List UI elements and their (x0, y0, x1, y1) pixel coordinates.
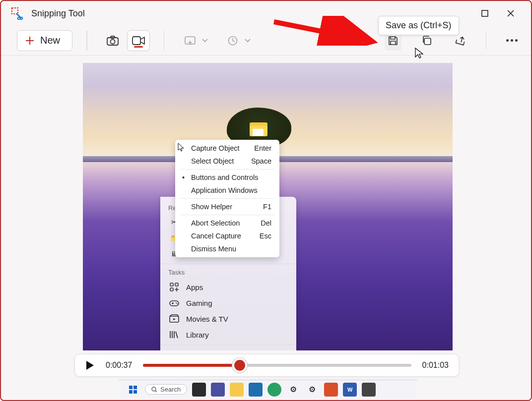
seek-fill (143, 364, 239, 367)
taskbar-app-icon[interactable] (362, 383, 376, 397)
menu-item[interactable]: Abort SelectionDel (175, 217, 279, 229)
more-button[interactable] (503, 31, 520, 51)
menu-item[interactable]: Capture ObjectEnter (175, 142, 279, 155)
chevron-down-icon[interactable] (202, 39, 208, 43)
list-item[interactable]: Library (160, 327, 296, 343)
context-menu: Capture ObjectEnter Select ObjectSpace B… (175, 140, 279, 257)
annotation-arrow (271, 16, 381, 48)
taskbar-app-icon[interactable]: W (343, 383, 357, 397)
menu-item[interactable]: Buttons and Controls (175, 171, 279, 184)
divider (164, 31, 165, 51)
svg-point-2 (18, 17, 20, 20)
svg-rect-20 (129, 386, 133, 389)
list-item[interactable]: Apps (160, 279, 296, 295)
menu-item[interactable]: Application Windows (175, 184, 279, 197)
movies-icon (169, 314, 179, 323)
current-time: 0:00:37 (106, 361, 132, 370)
taskbar-search[interactable]: Search (145, 384, 187, 395)
svg-point-24 (152, 387, 156, 391)
camera-icon (107, 36, 119, 46)
snapshot-mode-button[interactable] (101, 30, 124, 51)
taskbar-app-icon[interactable]: ⚙ (305, 383, 319, 397)
menu-item[interactable]: Cancel CaptureEsc (175, 229, 279, 242)
menu-item[interactable]: Select ObjectSpace (175, 155, 279, 168)
record-mode-button[interactable] (127, 30, 150, 51)
taskbar-app-icon[interactable] (267, 383, 281, 397)
svg-point-16 (176, 302, 177, 303)
taskbar-app-icon[interactable] (230, 383, 244, 397)
apps-icon (169, 282, 179, 292)
svg-rect-7 (111, 36, 115, 38)
seek-thumb[interactable] (234, 360, 245, 371)
svg-rect-21 (133, 386, 137, 389)
video-player-bar: 0:00:37 0:01:03 (74, 354, 459, 377)
share-icon (455, 35, 466, 46)
new-button[interactable]: New (17, 30, 72, 51)
search-icon (151, 387, 157, 393)
svg-rect-15 (170, 301, 179, 306)
save-as-tooltip: Save as (Ctrl+S) (378, 16, 459, 35)
close-button[interactable] (506, 9, 515, 18)
menu-item[interactable]: Show HelperF1 (175, 200, 279, 213)
svg-point-17 (177, 303, 178, 304)
list-item[interactable]: Movies & TV (160, 311, 296, 327)
svg-rect-11 (424, 38, 431, 45)
start-icon[interactable] (126, 383, 140, 397)
copy-icon (421, 35, 432, 46)
taskbar-app-icon[interactable]: ⚙ (286, 383, 300, 397)
maximize-button[interactable] (480, 9, 489, 18)
list-item[interactable]: Gaming (160, 295, 296, 311)
list-item[interactable]: Microsoft Store (160, 347, 296, 350)
new-button-label: New (40, 35, 60, 46)
svg-rect-8 (133, 37, 140, 45)
taskbar: Search ⚙ ⚙ W (119, 380, 417, 399)
folder-icon (250, 122, 267, 136)
plus-icon (25, 36, 34, 45)
more-icon (506, 39, 518, 42)
svg-line-4 (274, 22, 368, 41)
active-indicator (134, 46, 143, 48)
play-button[interactable] (85, 360, 95, 371)
save-icon (388, 35, 399, 46)
svg-rect-0 (12, 8, 18, 14)
recording-canvas: Rece ✂ 📁 🖥RoundedTB Tasks Apps Gaming Mo… (83, 63, 453, 350)
delay-dropdown[interactable] (226, 34, 240, 48)
cursor-icon (414, 47, 424, 61)
taskbar-app-icon[interactable] (192, 383, 206, 397)
svg-point-6 (110, 39, 115, 44)
svg-rect-3 (482, 10, 488, 16)
total-time: 0:01:03 (422, 361, 449, 370)
svg-rect-13 (175, 283, 178, 286)
cursor-icon (177, 142, 185, 154)
svg-rect-12 (170, 283, 173, 286)
svg-rect-22 (129, 390, 133, 394)
svg-rect-14 (170, 288, 173, 291)
gaming-icon (169, 299, 179, 307)
svg-rect-23 (133, 390, 137, 394)
seek-track[interactable] (143, 364, 411, 367)
video-icon (132, 36, 145, 45)
divider (486, 32, 487, 50)
taskbar-app-icon[interactable] (249, 383, 263, 397)
library-icon (169, 330, 179, 339)
app-icon (11, 7, 24, 20)
chevron-down-icon[interactable] (245, 39, 251, 43)
taskbar-app-icon[interactable] (211, 383, 225, 397)
menu-item[interactable]: Dismiss Menu (175, 242, 279, 255)
shape-dropdown[interactable] (183, 34, 197, 48)
panel-header-tasks: Tasks (160, 266, 296, 279)
window-controls (455, 9, 526, 18)
taskbar-app-icon[interactable] (324, 383, 338, 397)
divider (86, 31, 87, 51)
